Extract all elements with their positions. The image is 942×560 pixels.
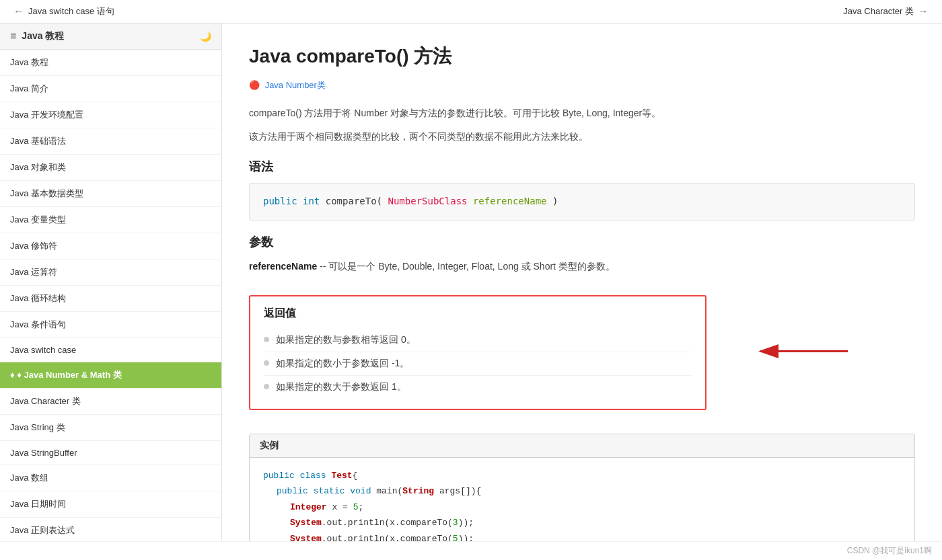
sidebar-item-java-modifier[interactable]: Java 修饰符 [0,233,221,259]
code-line-1: public class Test{ [263,468,901,483]
next-nav[interactable]: Java Character 类 → [843,5,929,17]
example-code: public class Test{ public static void ma… [250,458,914,541]
code-line-2: public static void main(String args[]){ [263,483,901,499]
return-items-container: 如果指定的数与参数相等返回 0。如果指定的数小于参数返回 -1。如果指定的数大于… [264,329,692,399]
sidebar: ≡ Java 教程 🌙 Java 教程Java 简介Java 开发环境配置Jav… [0,24,222,541]
sidebar-item-java-operator[interactable]: Java 运算符 [0,259,221,286]
sidebar-item-java-switch[interactable]: Java switch case [0,338,221,362]
main-content: Java compareTo() 方法 🔴 Java Number类 compa… [222,24,942,541]
watermark: CSDN @我可是ikun1啊 [0,541,942,560]
syntax-code-block: public int compareTo( NumberSubClass ref… [249,183,915,220]
param-text: referenceName -- 可以是一个 Byte, Double, Int… [249,258,915,275]
prev-link[interactable]: Java switch case 语句 [28,5,114,17]
syntax-code: public int compareTo( NumberSubClass ref… [263,196,558,206]
next-link[interactable]: Java Character 类 [843,5,914,17]
breadcrumb-link[interactable]: 🔴 Java Number类 [249,79,915,91]
sidebar-item-java-array[interactable]: Java 数组 [0,465,221,491]
sidebar-item-java-condition[interactable]: Java 条件语句 [0,312,221,338]
moon-icon: 🌙 [200,31,211,42]
param-title: 参数 [249,234,915,250]
breadcrumb-text: Java Number类 [265,80,326,90]
sidebar-item-java-basic[interactable]: Java 基础语法 [0,128,221,155]
sidebar-item-java-env[interactable]: Java 开发环境配置 [0,102,221,128]
code-line-4: System.out.println(x.compareTo(3)); [263,515,901,530]
sidebar-item-java-object[interactable]: Java 对象和类 [0,155,221,181]
sidebar-header: ≡ Java 教程 🌙 [0,24,221,50]
return-item-0: 如果指定的数与参数相等返回 0。 [264,329,692,352]
example-header: 实例 [250,434,914,458]
description-2: 该方法用于两个相同数据类型的比较，两个不同类型的数据不能用此方法来比较。 [249,128,915,145]
sidebar-item-java-string[interactable]: Java String 类 [0,415,221,441]
breadcrumb-arrow-icon: 🔴 [249,80,260,90]
example-block: 实例 public class Test{ public static void… [249,434,915,541]
sidebar-item-java-loop[interactable]: Java 循环结构 [0,286,221,312]
return-value-box: 返回值 如果指定的数与参数相等返回 0。如果指定的数小于参数返回 -1。如果指定… [249,295,706,410]
sidebar-item-java-number-math[interactable]: ♦ Java Number & Math 类 [0,362,221,389]
code-line-3: Integer x = 5; [263,499,901,515]
return-item-1: 如果指定的数小于参数返回 -1。 [264,352,692,376]
sidebar-item-java-datatype[interactable]: Java 基本数据类型 [0,181,221,207]
prev-nav[interactable]: ← Java switch case 语句 [13,5,114,17]
prev-arrow-icon: ← [13,5,24,17]
return-title: 返回值 [264,307,692,321]
sidebar-items-container: Java 教程Java 简介Java 开发环境配置Java 基础语法Java 对… [0,50,221,541]
return-item-2: 如果指定的数大于参数返回 1。 [264,376,692,399]
list-icon: ≡ [10,30,16,42]
next-arrow-icon: → [918,5,929,17]
code-line-5: System.out.println(x.compareTo(5)); [263,531,901,541]
sidebar-item-java-intro[interactable]: Java 简介 [0,76,221,102]
annotation-arrow [754,331,861,374]
sidebar-item-java-character[interactable]: Java Character 类 [0,389,221,415]
sidebar-item-java-regex[interactable]: Java 正则表达式 [0,518,221,541]
main-layout: ≡ Java 教程 🌙 Java 教程Java 简介Java 开发环境配置Jav… [0,24,942,541]
sidebar-item-java-tutorial[interactable]: Java 教程 [0,50,221,76]
sidebar-item-java-date[interactable]: Java 日期时间 [0,491,221,518]
page-title: Java compareTo() 方法 [249,44,915,69]
sidebar-title: Java 教程 [22,30,64,42]
top-navigation: ← Java switch case 语句 Java Character 类 → [0,0,942,24]
sidebar-item-java-stringbuffer[interactable]: Java StringBuffer [0,441,221,465]
syntax-title: 语法 [249,159,915,175]
description-1: compareTo() 方法用于将 Number 对象与方法的参数进行比较。可用… [249,105,915,122]
sidebar-item-java-vartype[interactable]: Java 变量类型 [0,207,221,233]
